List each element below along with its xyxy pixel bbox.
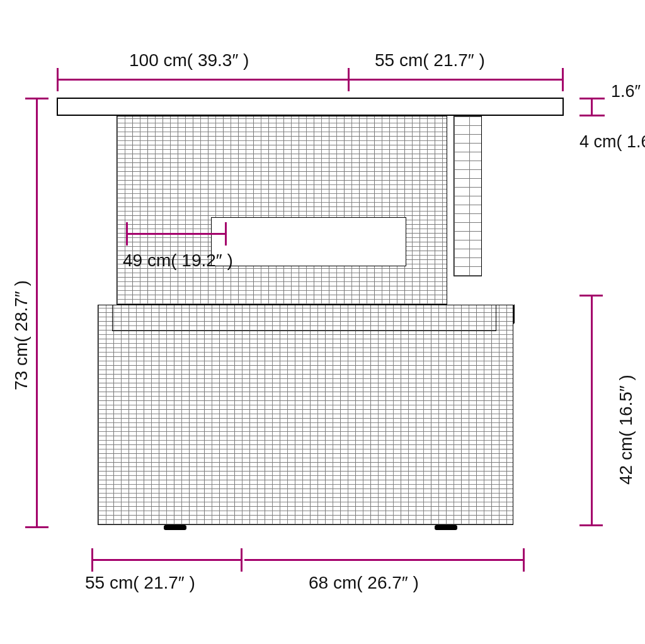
dimline-height (36, 98, 38, 528)
dimtick (241, 548, 243, 572)
dimline-top-depth (350, 79, 564, 81)
dimline-edge-thk (591, 98, 593, 116)
tabletop-top-edge (57, 98, 564, 99)
tabletop-left-edge (57, 98, 58, 116)
dim-edge-thk-label: 4 cm( 1.6″ ) (579, 132, 645, 152)
dimtick (126, 222, 128, 246)
dim-top-width-label: 100 cm( 39.3″ ) (129, 50, 249, 71)
rear-upright (454, 116, 482, 276)
tabletop-right-edge (562, 98, 564, 116)
dimline-shelf (126, 233, 227, 235)
upper-column-front (117, 116, 447, 305)
dimline-base-h (591, 295, 593, 526)
dim-shelf-label: 49 cm( 19.2″ ) (123, 251, 233, 271)
foot-right (435, 525, 457, 530)
dim-edge-thk-inch: 1.6″ ) (611, 82, 645, 101)
dimtick (579, 115, 605, 116)
dimtick (91, 548, 93, 572)
dim-base-depth-label: 55 cm( 21.7″ ) (85, 573, 195, 593)
base-front (98, 305, 513, 525)
dim-base-w-label: 68 cm( 26.7″ ) (309, 573, 419, 593)
dimtick (57, 68, 59, 91)
dimline-top-width (57, 79, 350, 81)
dimtick (562, 68, 564, 91)
dimtick (225, 222, 227, 246)
dimtick (579, 524, 603, 526)
dimtick (579, 295, 603, 297)
dimtick (25, 98, 49, 99)
base-side-line (513, 304, 515, 324)
dimtick (25, 526, 49, 528)
dim-height-label: 73 cm( 28.7″ ) (11, 280, 31, 390)
foot-left (164, 525, 186, 530)
dimtick (523, 548, 525, 572)
base-inner-lip (112, 305, 496, 331)
dim-top-depth-label: 55 cm( 21.7″ ) (375, 50, 485, 71)
dimtick (579, 98, 605, 99)
dimline-base-depth (91, 559, 243, 561)
dimline-base-w (244, 559, 525, 561)
shelf-opening (211, 217, 406, 266)
dim-base-h-label: 42 cm( 16.5″ ) (616, 375, 636, 485)
dimension-drawing: 100 cm( 39.3″ ) 55 cm( 21.7″ ) 4 cm( 1.6… (0, 0, 645, 644)
